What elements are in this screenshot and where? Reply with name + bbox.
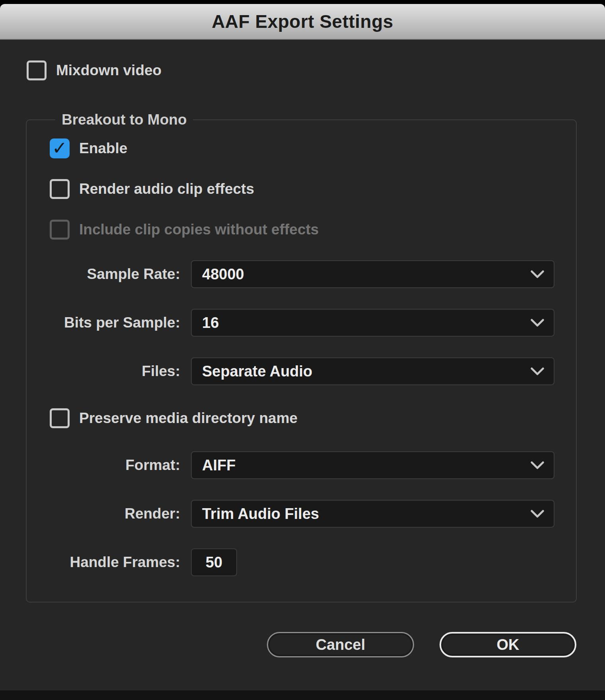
- format-row: Format: AIFF: [50, 451, 557, 479]
- enable-checkbox[interactable]: ✓: [50, 138, 70, 158]
- render-audio-clip-effects-checkbox[interactable]: [50, 179, 70, 199]
- render-audio-clip-effects-checkbox-row[interactable]: Render audio clip effects: [50, 179, 557, 199]
- handle-frames-label: Handle Frames:: [50, 554, 180, 571]
- include-clip-copies-checkbox: [50, 220, 70, 240]
- enable-checkbox-row[interactable]: ✓ Enable: [50, 138, 557, 158]
- handle-frames-row: Handle Frames:: [50, 548, 557, 576]
- checkmark-icon: ✓: [52, 139, 68, 157]
- mixdown-video-label: Mixdown video: [56, 62, 161, 79]
- render-label: Render:: [50, 505, 180, 522]
- render-value: Trim Audio Files: [202, 505, 531, 523]
- handle-frames-input[interactable]: [191, 548, 237, 576]
- render-select[interactable]: Trim Audio Files: [191, 500, 554, 528]
- render-row: Render: Trim Audio Files: [50, 500, 557, 528]
- sample-rate-value: 48000: [202, 266, 531, 283]
- format-label: Format:: [50, 457, 180, 474]
- preserve-media-directory-label: Preserve media directory name: [79, 410, 298, 427]
- files-label: Files:: [50, 363, 180, 380]
- aaf-export-settings-dialog: AAF Export Settings Mixdown video Breako…: [0, 0, 605, 700]
- window-bottom-edge: [0, 690, 605, 700]
- format-value: AIFF: [202, 457, 531, 474]
- cancel-button-label: Cancel: [316, 636, 366, 653]
- bits-per-sample-value: 16: [202, 314, 531, 331]
- window-top-edge: [0, 0, 605, 4]
- chevron-down-icon: [531, 367, 544, 375]
- ok-button[interactable]: OK: [440, 632, 576, 657]
- render-audio-clip-effects-label: Render audio clip effects: [79, 181, 254, 197]
- include-clip-copies-label: Include clip copies without effects: [79, 221, 319, 238]
- include-clip-copies-checkbox-row: Include clip copies without effects: [50, 220, 557, 240]
- bits-per-sample-select[interactable]: 16: [191, 309, 554, 337]
- files-row: Files: Separate Audio: [50, 357, 557, 385]
- chevron-down-icon: [531, 510, 544, 518]
- enable-label: Enable: [79, 140, 127, 157]
- dialog-titlebar[interactable]: AAF Export Settings: [0, 4, 605, 40]
- files-select[interactable]: Separate Audio: [191, 357, 554, 385]
- ok-button-label: OK: [497, 636, 519, 653]
- files-value: Separate Audio: [202, 363, 531, 380]
- breakout-to-mono-group: Breakout to Mono ✓ Enable Render audio c…: [26, 111, 577, 603]
- format-select[interactable]: AIFF: [191, 451, 554, 479]
- breakout-to-mono-legend: Breakout to Mono: [55, 111, 193, 128]
- mixdown-video-checkbox-row[interactable]: Mixdown video: [27, 60, 605, 80]
- dialog-body: Mixdown video Breakout to Mono ✓ Enable …: [0, 40, 605, 690]
- dialog-title: AAF Export Settings: [212, 11, 393, 32]
- bits-per-sample-label: Bits per Sample:: [50, 314, 180, 331]
- bits-per-sample-row: Bits per Sample: 16: [50, 309, 557, 337]
- preserve-media-directory-checkbox-row[interactable]: Preserve media directory name: [50, 408, 557, 428]
- chevron-down-icon: [531, 461, 544, 469]
- cancel-button[interactable]: Cancel: [267, 632, 414, 657]
- mixdown-video-checkbox[interactable]: [27, 60, 47, 80]
- chevron-down-icon: [531, 270, 544, 278]
- dialog-button-row: Cancel OK: [0, 632, 576, 657]
- sample-rate-row: Sample Rate: 48000: [50, 260, 557, 288]
- preserve-media-directory-checkbox[interactable]: [50, 408, 70, 428]
- chevron-down-icon: [531, 319, 544, 327]
- sample-rate-select[interactable]: 48000: [191, 260, 554, 288]
- sample-rate-label: Sample Rate:: [50, 266, 180, 283]
